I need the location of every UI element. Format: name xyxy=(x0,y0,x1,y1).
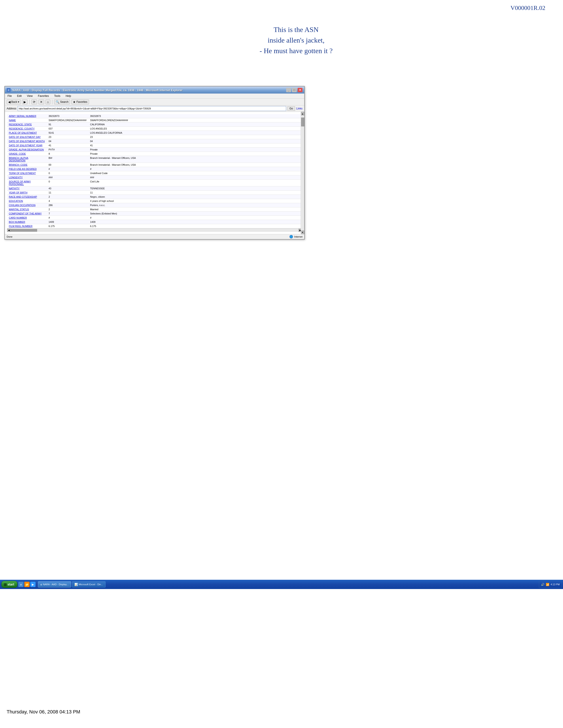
field-label[interactable]: NAME xyxy=(7,118,47,122)
field-label[interactable]: NATIVITY xyxy=(7,186,47,191)
window-controls: _ □ ✕ xyxy=(286,88,303,92)
maximize-button[interactable]: □ xyxy=(292,88,297,92)
field-value2: SWAFFORD#LORENZO#A###### xyxy=(88,118,302,122)
scroll-thumb[interactable] xyxy=(301,118,304,126)
table-row: GRADE: CODE8Private xyxy=(7,152,302,156)
ie-quicklaunch-icon[interactable]: e xyxy=(18,582,24,587)
internet-icon: 🌐 xyxy=(290,235,293,238)
field-value1: 04 xyxy=(47,139,88,143)
refresh-icon: ⟳ xyxy=(33,100,36,104)
scroll-up-button[interactable]: ▲ xyxy=(301,112,304,115)
toolbar: ◀ Back ▾ ▶ ⟳ ✕ ⌂ 🔍 Search ★ Favorites xyxy=(5,99,304,105)
folder-quicklaunch-icon[interactable]: 📁 xyxy=(24,582,30,587)
field-label[interactable]: FILM REEL NUMBER xyxy=(7,224,47,228)
field-value2: TENNESSEE xyxy=(88,186,302,191)
scrollbar[interactable]: ▲ ▼ xyxy=(301,112,304,234)
field-label[interactable]: DATE OF ENLISTMENT DAY xyxy=(7,135,47,139)
field-label[interactable]: DATE OF ENLISTMENT YEAR xyxy=(7,143,47,148)
menu-favorites[interactable]: Favorites xyxy=(37,94,50,98)
refresh-button[interactable]: ⟳ xyxy=(31,99,37,104)
horizontal-scrollbar[interactable]: ◀ ▶ xyxy=(7,228,302,232)
start-button[interactable]: ⊞ start xyxy=(1,581,17,588)
field-value1: 23 xyxy=(47,135,88,139)
field-label[interactable]: RESIDENCE: STATE xyxy=(7,122,47,127)
menu-help[interactable]: Help xyxy=(65,94,72,98)
field-value2: Branch Immaterial - Warrant Officers, US… xyxy=(88,163,302,167)
go-button[interactable]: Go xyxy=(288,106,295,111)
internet-label: Internet xyxy=(294,235,303,238)
field-label[interactable]: FIELD USE AS DESIRED xyxy=(7,167,47,171)
field-label[interactable]: BRANCH: ALPHA DESIGNATION xyxy=(7,156,47,163)
address-label: Address xyxy=(7,107,16,110)
field-value1: 0 xyxy=(47,171,88,175)
back-button[interactable]: ◀ Back ▾ xyxy=(7,99,21,104)
field-value2: # xyxy=(88,167,302,171)
close-button[interactable]: ✕ xyxy=(298,88,303,92)
stop-button[interactable]: ✕ xyxy=(38,99,44,104)
field-label[interactable]: RESIDENCE: COUNTY xyxy=(7,127,47,131)
table-row: CIVILIAN OCCUPATION286Porters, n.e.c. xyxy=(7,203,302,207)
field-value1: 00 xyxy=(47,163,88,167)
taskbar-item-excel[interactable]: 📊 Microsoft Excel - Din... xyxy=(72,581,105,587)
favorites-button[interactable]: ★ Favorites xyxy=(71,99,89,104)
table-row: FIELD USE AS DESIRED## xyxy=(7,167,302,171)
scroll-down-button[interactable]: ▼ xyxy=(301,231,304,234)
horizontal-scroll-thumb[interactable] xyxy=(11,229,37,232)
home-button[interactable]: ⌂ xyxy=(45,99,50,104)
field-label[interactable]: ARMY SERIAL NUMBER xyxy=(7,114,47,118)
field-value1: 037 xyxy=(47,127,88,131)
field-label[interactable]: BRANCH: CODE xyxy=(7,163,47,167)
field-value2: Selectees (Enlisted Men) xyxy=(88,212,302,216)
field-label[interactable]: COMPONENT OF THE ARMY xyxy=(7,212,47,216)
media-quicklaunch-icon[interactable]: ▶ xyxy=(30,582,36,587)
field-label[interactable]: DATE OF ENLISTMENT MONTH xyxy=(7,139,47,143)
scroll-left-button[interactable]: ◀ xyxy=(7,229,11,232)
field-label[interactable]: BOX NUMBER xyxy=(7,220,47,224)
field-label[interactable]: TERM OF ENLISTMENT xyxy=(7,171,47,175)
start-label: start xyxy=(8,583,14,586)
windows-icon: ⊞ xyxy=(4,582,7,587)
field-label[interactable]: RACE AND CITIZENSHIP xyxy=(7,195,47,199)
menu-edit[interactable]: Edit xyxy=(16,94,23,98)
menu-file[interactable]: File xyxy=(7,94,13,98)
search-button[interactable]: 🔍 Search xyxy=(54,99,70,104)
address-input[interactable] xyxy=(18,106,286,111)
field-value2: Married xyxy=(88,207,302,212)
menu-tools[interactable]: Tools xyxy=(53,94,61,98)
table-row: DATE OF ENLISTMENT YEAR4141 xyxy=(7,143,302,148)
field-label[interactable]: SOURCE OF ARMY PERSONNEL xyxy=(7,180,47,186)
field-label[interactable]: EDUCATION xyxy=(7,199,47,203)
table-row: BOX NUMBER14091409 xyxy=(7,220,302,224)
field-value1: 0 xyxy=(47,180,88,186)
favorites-label: Favorites xyxy=(76,100,87,103)
browser-title: NARA - AAD - Display Full Records - Elec… xyxy=(12,88,182,92)
field-value1: 9141 xyxy=(47,131,88,135)
field-value1: 2 xyxy=(47,207,88,212)
taskbar-right-area: 🔊 📶 4:13 PM xyxy=(539,581,562,588)
status-bar: Done 🌐 Internet xyxy=(5,234,304,239)
field-value1: 6.175 xyxy=(47,224,88,228)
taskbar-item-nara[interactable]: e NARA - AAD - Display... xyxy=(38,581,71,587)
field-label[interactable]: MARITAL STATUS xyxy=(7,207,47,212)
note-line3: - He must have gotten it ? xyxy=(259,45,333,56)
table-row: MARITAL STATUS2Married xyxy=(7,207,302,212)
minimize-button[interactable]: _ xyxy=(286,88,291,92)
field-label[interactable]: CARD NUMBER xyxy=(7,216,47,220)
content-area[interactable]: ARMY SERIAL NUMBER3923287339232873NAMESW… xyxy=(5,112,304,234)
field-value1: 286 xyxy=(47,203,88,207)
favorites-icon: ★ xyxy=(73,100,76,104)
menu-view[interactable]: View xyxy=(26,94,34,98)
field-label[interactable]: CIVILIAN OCCUPATION xyxy=(7,203,47,207)
field-label[interactable]: GRADE: CODE xyxy=(7,152,47,156)
field-label[interactable]: GRADE: ALPHA DESIGNATION xyxy=(7,148,47,152)
taskbar-item-excel-icon: 📊 xyxy=(74,583,78,586)
field-label[interactable]: PLACE OF ENLISTMENT xyxy=(7,131,47,135)
forward-button[interactable]: ▶ xyxy=(22,99,28,104)
table-row: RESIDENCE: STATE91CALIFORNIA xyxy=(7,122,302,127)
field-label[interactable]: LONGEVITY xyxy=(7,175,47,180)
table-row: PLACE OF ENLISTMENT9141LOS ANGELES CALIF… xyxy=(7,131,302,135)
field-value1: 11 xyxy=(47,191,88,195)
field-value2: LOS ANGELES xyxy=(88,127,302,131)
links-label: Links xyxy=(296,107,303,110)
field-label[interactable]: YEAR OF BIRTH xyxy=(7,191,47,195)
